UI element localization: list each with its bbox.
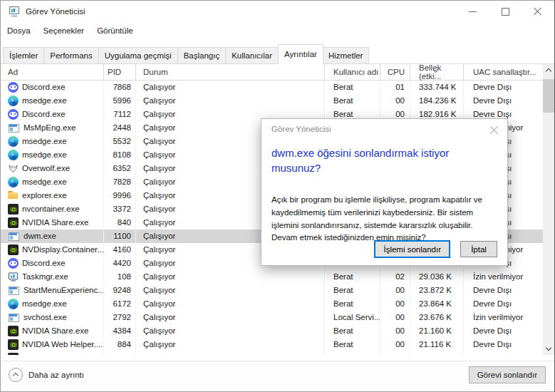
column-header-cpu[interactable]: CPU bbox=[380, 64, 410, 80]
process-cpu: 00 bbox=[380, 351, 410, 355]
nvidia-icon bbox=[8, 326, 19, 336]
nvidia-icon bbox=[8, 204, 19, 215]
process-name: Discord.exe bbox=[1, 257, 104, 270]
dialog-heading: dwm.exe öğesini sonlandırmak istiyor mus… bbox=[271, 145, 492, 175]
tab-kullan-c-lar[interactable]: Kullanıcılar bbox=[226, 47, 279, 64]
process-memory: 184.236 K bbox=[410, 94, 464, 108]
process-row[interactable]: StartMenuExperienc...9248ÇalışıyorBerat0… bbox=[1, 284, 544, 297]
process-name: NVIDIA Web Helper.... bbox=[1, 338, 104, 351]
edge-icon bbox=[8, 177, 19, 187]
process-pid: 108 bbox=[104, 270, 136, 284]
process-name: Discord.exe bbox=[1, 108, 104, 121]
app-icon bbox=[9, 232, 19, 241]
less-details-label: Daha az ayrıntı bbox=[28, 371, 84, 379]
column-header-durum[interactable]: Durum bbox=[136, 64, 325, 80]
close-button[interactable] bbox=[522, 1, 554, 22]
process-pid: 4384 bbox=[104, 324, 136, 338]
process-row[interactable]: NVIDIA Share.exe4384ÇalışıyorBerat0021.1… bbox=[1, 324, 544, 338]
column-header-ad[interactable]: Ad bbox=[1, 64, 104, 80]
cancel-button[interactable]: İptal bbox=[460, 241, 497, 257]
process-row[interactable]: svchost.exe2792ÇalışıyorLocal Servi...00… bbox=[1, 311, 544, 324]
process-row[interactable]: msedge.exe5996ÇalışıyorBerat00184.236 KD… bbox=[1, 94, 544, 108]
process-memory: 23.676 K bbox=[410, 311, 464, 324]
process-memory: 20.516 K bbox=[410, 351, 464, 355]
column-header-bellek-etki-[interactable]: Bellek (etki... bbox=[410, 64, 464, 80]
end-process-button[interactable]: İşlemi sonlandır bbox=[375, 241, 450, 257]
process-cpu: 02 bbox=[380, 270, 410, 284]
tab-ba-lang-[interactable]: Başlangıç bbox=[178, 47, 227, 64]
tab-ayr-nt-lar[interactable]: Ayrıntılar bbox=[278, 44, 323, 64]
process-row[interactable]: Discord.exe7868ÇalışıyorBerat01333.744 K… bbox=[1, 81, 544, 94]
process-pid: 7828 bbox=[104, 175, 136, 189]
process-name: msedge.exe bbox=[1, 175, 104, 189]
minimize-icon bbox=[469, 11, 477, 12]
process-memory: 21.116 K bbox=[410, 338, 464, 351]
process-status: Çalışıyor bbox=[136, 284, 325, 297]
process-uac: Devre Dışı bbox=[464, 94, 544, 108]
nvidia-icon bbox=[8, 353, 19, 355]
vertical-scrollbar[interactable] bbox=[543, 64, 554, 355]
tab-i-lemler[interactable]: İşlemler bbox=[3, 47, 44, 64]
column-header-kullan-c-ad-[interactable]: Kullanıcı adı bbox=[325, 64, 380, 80]
tab-bar: İşlemlerPerformansUygulama geçmişiBaşlan… bbox=[1, 39, 554, 64]
chevron-up-icon bbox=[546, 68, 551, 74]
scroll-up-button[interactable] bbox=[543, 64, 554, 76]
discord-icon bbox=[8, 109, 19, 120]
chevron-down-icon bbox=[546, 345, 551, 351]
process-cpu: 00 bbox=[380, 338, 410, 351]
process-row[interactable]: NVIDIA Sh6736ÇalışıyorBerat0020.516 KDev… bbox=[1, 351, 544, 355]
task-manager-icon bbox=[9, 6, 20, 16]
menu-item-secenekler[interactable]: Seçenekler bbox=[37, 22, 91, 39]
process-row[interactable]: msedge.exe6172ÇalışıyorBerat0023.864 KDe… bbox=[1, 297, 544, 311]
overwolf-icon bbox=[8, 163, 19, 174]
tab-uygulama-ge-mi-i[interactable]: Uygulama geçmişi bbox=[99, 47, 178, 64]
process-user: Berat bbox=[325, 284, 380, 297]
column-header-uac-sanalla-t-r-[interactable]: UAC sanallaştır... bbox=[464, 64, 544, 80]
process-row[interactable]: Taskmgr.exe108ÇalışıyorBerat0229.036 Kİz… bbox=[1, 270, 544, 284]
less-details-button[interactable]: Daha az ayrıntı bbox=[9, 368, 84, 382]
scrollbar-thumb[interactable] bbox=[543, 79, 554, 113]
process-name: NVIDIA Share.exe bbox=[1, 216, 104, 229]
chevron-up-circle-icon bbox=[9, 368, 23, 382]
maximize-icon bbox=[502, 8, 509, 16]
tab-performans[interactable]: Performans bbox=[44, 47, 98, 64]
process-user: Local Servi... bbox=[325, 311, 380, 324]
process-pid: 2792 bbox=[104, 311, 136, 324]
app-icon bbox=[9, 287, 19, 295]
process-pid: 4160 bbox=[104, 243, 136, 257]
menu-item-goruntule[interactable]: Görüntüle bbox=[90, 22, 140, 39]
process-row[interactable]: NVIDIA Web Helper....884ÇalışıyorBerat00… bbox=[1, 338, 544, 351]
process-pid: 4420 bbox=[104, 257, 136, 270]
process-status: Çalışıyor bbox=[136, 324, 325, 338]
process-uac: Devre Dışı bbox=[464, 351, 544, 355]
app-icon bbox=[9, 314, 19, 322]
menu-item-dosya[interactable]: Dosya bbox=[1, 22, 37, 39]
end-task-button[interactable]: Görevi sonlandır bbox=[469, 366, 546, 383]
process-name: NVDisplay.Container... bbox=[1, 243, 104, 257]
process-uac: İzin verilmiyor bbox=[464, 311, 544, 324]
process-name: msedge.exe bbox=[1, 148, 104, 162]
process-user: Berat bbox=[325, 81, 380, 94]
process-name: NVIDIA Share.exe bbox=[1, 324, 104, 338]
taskmgr-icon bbox=[8, 272, 19, 282]
maximize-button[interactable] bbox=[489, 1, 522, 22]
process-uac: Devre Dışı bbox=[464, 81, 544, 94]
nvidia-icon bbox=[8, 339, 19, 350]
dialog-close-icon[interactable] bbox=[489, 125, 499, 135]
process-name: Discord.exe bbox=[1, 81, 104, 94]
process-pid: 7112 bbox=[104, 108, 136, 121]
folder-icon bbox=[8, 190, 19, 201]
process-status: Çalışıyor bbox=[136, 270, 325, 284]
tab-hizmetler[interactable]: Hizmetler bbox=[323, 47, 370, 64]
discord-icon bbox=[8, 258, 19, 269]
process-pid: 6736 bbox=[104, 351, 136, 355]
title-bar: Görev Yöneticisi bbox=[1, 1, 554, 22]
process-uac: Devre Dışı bbox=[464, 324, 544, 338]
task-manager-window: Görev Yöneticisi DosyaSeçeneklerGörüntül… bbox=[0, 0, 555, 392]
dialog-title: Görev Yöneticisi bbox=[271, 125, 331, 133]
minimize-button[interactable] bbox=[456, 1, 489, 22]
process-name: NVIDIA Sh bbox=[1, 351, 104, 355]
column-header-pid[interactable]: PID bbox=[104, 64, 136, 80]
scroll-down-button[interactable] bbox=[543, 343, 554, 355]
process-user: Berat bbox=[325, 338, 380, 351]
